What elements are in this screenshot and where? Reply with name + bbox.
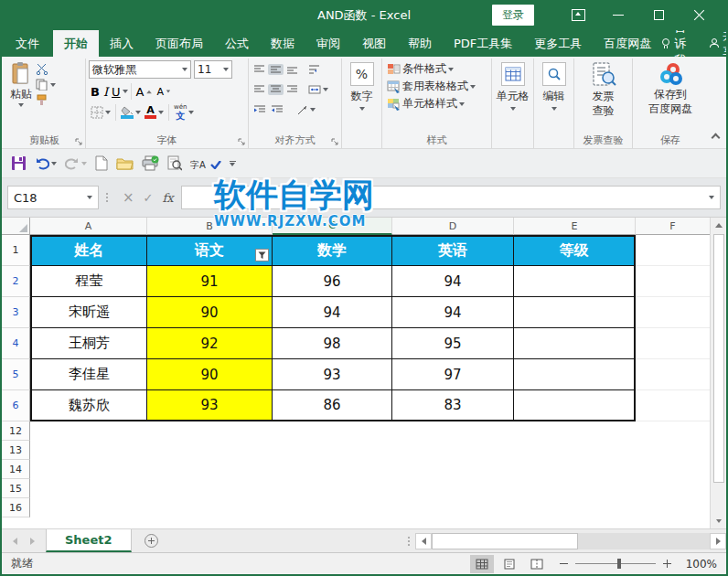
next-sheet-button[interactable] (30, 538, 35, 545)
alignment-dialog-launcher[interactable] (331, 138, 339, 146)
format-painter-button[interactable] (36, 94, 56, 106)
cell-name-2[interactable]: 程莹 (30, 266, 147, 297)
new-sheet-button[interactable] (132, 529, 171, 552)
minimize-button[interactable] (598, 4, 638, 27)
customize-qat-button[interactable] (230, 161, 236, 166)
align-center-button[interactable] (268, 84, 284, 95)
italic-button[interactable]: I (102, 84, 110, 100)
cell-name-3[interactable]: 宋昕遥 (30, 297, 147, 328)
conditional-formatting-button[interactable]: 条件格式 (385, 60, 488, 78)
zoom-slider[interactable] (575, 563, 656, 564)
paste-button[interactable]: 粘贴 (6, 60, 36, 109)
tab-data[interactable]: 数据 (260, 30, 305, 57)
cell-english-5[interactable]: 97 (392, 359, 514, 390)
font-size-combo[interactable]: 11 (194, 60, 232, 79)
cell-chinese-5[interactable]: 90 (147, 359, 273, 390)
zoom-level[interactable]: 100% (682, 558, 717, 571)
expand-formula-bar-icon[interactable] (709, 196, 714, 199)
editing-button[interactable] (542, 62, 566, 86)
normal-view-button[interactable] (470, 555, 494, 573)
copy-button[interactable] (36, 79, 56, 91)
cell-name-4[interactable]: 王桐芳 (30, 328, 147, 359)
font-dialog-launcher[interactable] (238, 138, 246, 146)
bold-button[interactable]: B (89, 84, 102, 100)
cell-name-6[interactable]: 魏苏欣 (30, 390, 147, 421)
tab-more-tools[interactable]: 更多工具 (523, 30, 593, 57)
horizontal-scrollbar-thumb[interactable] (432, 533, 578, 549)
undo-button[interactable] (35, 156, 57, 170)
close-button[interactable] (679, 4, 719, 27)
empty-row-12[interactable] (30, 421, 710, 441)
row-header-6[interactable]: 6 (2, 390, 30, 421)
save-to-baidu-button[interactable]: 保存到 百度网盘 (636, 60, 705, 119)
fill-color-button[interactable] (119, 105, 143, 120)
undo-dropdown-icon[interactable] (51, 162, 57, 165)
quick-print-button[interactable] (142, 155, 159, 171)
open-file-button[interactable] (116, 156, 134, 170)
underline-dropdown-icon[interactable] (123, 90, 128, 93)
filter-button[interactable] (255, 249, 269, 261)
cell-math-5[interactable]: 93 (273, 359, 392, 390)
collapse-ribbon-button[interactable] (712, 133, 721, 143)
invoice-check-button[interactable]: 发票 查验 (577, 60, 629, 121)
font-color-dropdown-icon[interactable] (158, 111, 164, 114)
ribbon-display-options-button[interactable] (558, 4, 598, 27)
row-header-14[interactable]: 14 (2, 460, 30, 479)
phonetic-dropdown-icon[interactable] (188, 111, 194, 114)
vertical-scrollbar[interactable] (710, 218, 726, 528)
cell-chinese-4[interactable]: 92 (147, 328, 273, 359)
header-cell-english[interactable]: 英语 (392, 235, 514, 266)
column-header-a[interactable]: A (30, 218, 147, 235)
column-header-b[interactable]: B (147, 218, 273, 235)
number-format-button[interactable]: % (350, 62, 374, 86)
number-dropdown-icon[interactable] (359, 107, 365, 111)
sheet-tab-active[interactable]: Sheet2 (46, 529, 132, 552)
enter-button[interactable]: ✓ (144, 191, 154, 205)
cell-english-4[interactable]: 95 (392, 328, 514, 359)
copy-dropdown-icon[interactable] (50, 83, 56, 87)
select-all-button[interactable] (2, 218, 30, 235)
cancel-button[interactable]: × (123, 189, 134, 206)
tab-formulas[interactable]: 公式 (214, 30, 260, 57)
tab-home[interactable]: 开始 (53, 30, 99, 57)
formula-input[interactable] (181, 186, 721, 209)
align-bottom-button[interactable] (284, 64, 300, 75)
tab-pdf-tools[interactable]: PDF工具集 (443, 30, 523, 57)
cell-english-6[interactable]: 83 (392, 390, 514, 421)
empty-row-13[interactable] (30, 441, 710, 460)
header-cell-chinese[interactable]: 语文 (147, 235, 273, 266)
empty-row-15[interactable] (30, 479, 710, 498)
cell-grade-3[interactable] (514, 297, 636, 328)
tab-page-layout[interactable]: 页面布局 (145, 30, 214, 57)
borders-dropdown-icon[interactable] (105, 111, 111, 114)
empty-row-14[interactable] (30, 460, 710, 479)
empty-row-16[interactable] (30, 498, 710, 517)
cell-math-3[interactable]: 94 (273, 297, 392, 328)
cell-math-4[interactable]: 98 (273, 328, 392, 359)
row-header-16[interactable]: 16 (2, 498, 30, 517)
underline-button[interactable]: U (110, 84, 123, 100)
tab-help[interactable]: 帮助 (397, 30, 443, 57)
editing-dropdown-icon[interactable] (551, 107, 557, 111)
tab-scrollbar-splitter[interactable] (402, 529, 415, 552)
maximize-button[interactable] (638, 4, 679, 27)
new-file-button[interactable] (95, 155, 108, 171)
shrink-font-button[interactable]: A (155, 85, 173, 99)
cell-math-2[interactable]: 96 (273, 266, 392, 297)
zoom-in-button[interactable] (663, 560, 671, 568)
font-color-button[interactable]: A (143, 105, 166, 120)
column-header-f[interactable]: F (636, 218, 710, 235)
row-header-5[interactable]: 5 (2, 359, 30, 390)
column-header-c[interactable]: C (273, 218, 392, 235)
scroll-left-button[interactable] (415, 533, 432, 549)
align-right-button[interactable] (284, 84, 300, 95)
cell-chinese-3[interactable]: 90 (147, 297, 273, 328)
column-header-e[interactable]: E (514, 218, 636, 235)
namebox-splitter[interactable] (106, 193, 108, 202)
merge-center-button[interactable] (306, 84, 330, 95)
cell-chinese-6[interactable]: 93 (147, 390, 273, 421)
vertical-scrollbar-thumb[interactable] (713, 234, 724, 483)
header-cell-math[interactable]: 数学 (273, 235, 392, 266)
wrap-text-button[interactable] (306, 64, 322, 75)
tab-review[interactable]: 审阅 (305, 30, 351, 57)
